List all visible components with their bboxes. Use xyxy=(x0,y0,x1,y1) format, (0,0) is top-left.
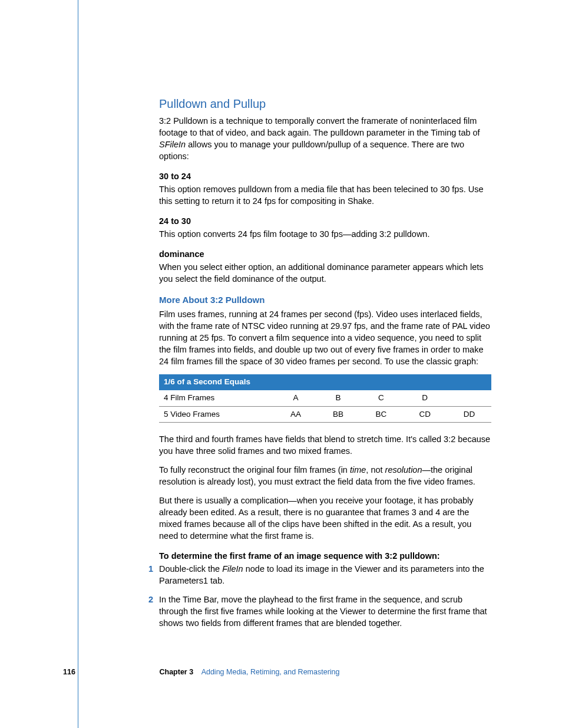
pulldown-table: 1/6 of a Second Equals 4 Film Frames A B… xyxy=(159,374,491,423)
step1-text-a: Double-click the xyxy=(159,564,222,574)
row2-label: 5 Video Frames xyxy=(159,406,275,423)
section-heading: Pulldown and Pullup xyxy=(159,96,491,113)
para-dominance: When you select either option, an additi… xyxy=(159,261,491,285)
para-more-about: Film uses frames, running at 24 frames p… xyxy=(159,308,491,367)
para-third-fourth: The third and fourth frames have fields … xyxy=(159,433,491,457)
cell: BC xyxy=(359,406,403,423)
cell: C xyxy=(359,390,403,406)
step-number: 2 xyxy=(148,594,153,605)
heading-dominance: dominance xyxy=(159,248,491,260)
document-page: Pulldown and Pullup 3:2 Pulldown is a te… xyxy=(0,0,562,728)
intro-text-a: 3:2 Pulldown is a technique to temporall… xyxy=(159,116,480,137)
para-complication: But there is usually a complication—when… xyxy=(159,495,491,542)
intro-paragraph: 3:2 Pulldown is a technique to temporall… xyxy=(159,115,491,162)
intro-text-b: allows you to manage your pulldown/pullu… xyxy=(159,140,464,161)
cell: BB xyxy=(317,406,359,423)
intro-italic: SFileIn xyxy=(159,140,186,149)
steps-list: 1 Double-click the FileIn node to load i… xyxy=(159,563,491,629)
step-1: 1 Double-click the FileIn node to load i… xyxy=(159,563,491,587)
text: , not xyxy=(366,465,385,475)
step-2: 2 In the Time Bar, move the playhead to … xyxy=(159,594,491,629)
subheading-more-about: More About 3:2 Pulldown xyxy=(159,294,491,307)
left-margin-rule xyxy=(78,0,78,728)
row1-label: 4 Film Frames xyxy=(159,390,275,406)
cell: B xyxy=(317,390,359,406)
page-footer: 116 Chapter 3 Adding Media, Retiming, an… xyxy=(0,667,562,677)
cell: CD xyxy=(403,406,447,423)
chapter-label: Chapter 3 xyxy=(159,668,193,676)
step1-italic: FileIn xyxy=(222,564,243,574)
text: To fully reconstruct the original four f… xyxy=(159,465,350,475)
cell: DD xyxy=(447,406,491,423)
heading-30-to-24: 30 to 24 xyxy=(159,170,491,182)
para-24-to-30: This option converts 24 fps film footage… xyxy=(159,228,491,240)
cell: A xyxy=(275,390,317,406)
table-row: 5 Video Frames AA BB BC CD DD xyxy=(159,406,491,423)
cell: D xyxy=(403,390,447,406)
heading-24-to-30: 24 to 30 xyxy=(159,215,491,227)
chapter-title: Adding Media, Retiming, and Remastering xyxy=(201,668,340,676)
cell xyxy=(447,390,491,406)
steps-title: To determine the first frame of an image… xyxy=(159,550,491,562)
table-header-row: 1/6 of a Second Equals xyxy=(159,374,491,390)
table-header: 1/6 of a Second Equals xyxy=(159,374,491,390)
italic-resolution: resolution xyxy=(385,465,422,475)
step-number: 1 xyxy=(148,563,153,575)
para-reconstruct: To fully reconstruct the original four f… xyxy=(159,464,491,487)
table-row: 4 Film Frames A B C D xyxy=(159,390,491,406)
cell: AA xyxy=(275,406,317,423)
step2-text: In the Time Bar, move the playhead to th… xyxy=(159,595,487,628)
page-number: 116 xyxy=(63,667,81,677)
para-30-to-24: This option removes pulldown from a medi… xyxy=(159,183,491,207)
italic-time: time xyxy=(350,465,366,475)
